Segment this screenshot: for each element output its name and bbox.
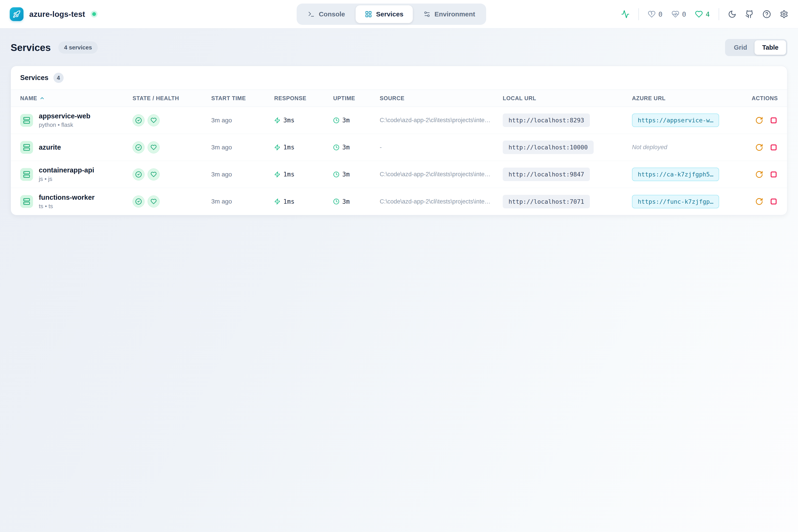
service-name[interactable]: appservice-web [39,112,91,120]
column-header-response[interactable]: RESPONSE [265,95,324,101]
restart-service-button[interactable] [755,170,763,178]
uptime-value: 3m [342,198,350,205]
stop-service-button[interactable] [770,171,777,178]
running-state-badge [133,114,145,126]
source-path: C:\code\azd-app-2\cli\tests\projects\int… [380,171,493,178]
state-health-cell [123,195,202,208]
healthy-heart-badge [148,141,159,153]
start-time-value: 3m ago [211,144,232,151]
divider [719,8,719,20]
server-icon [20,195,33,208]
zap-icon [274,198,280,205]
azure-url-cell: Not deployed [623,144,747,151]
service-name[interactable]: functions-worker [39,193,94,202]
refresh-icon [755,197,763,206]
stop-service-button[interactable] [770,144,777,151]
server-icon [20,114,33,127]
response-cell: 1ms [265,198,324,205]
azure-url-chip[interactable]: https://ca-k7zjfgph5… [632,168,719,181]
source-path: C:\code\azd-app-2\cli\tests\projects\int… [380,117,493,124]
stop-square-icon [770,171,777,178]
table-view-button[interactable]: Table [755,40,786,55]
actions-cell [747,116,787,125]
view-toggle: Grid Table [725,39,787,56]
brand: azure-logs-test [10,7,96,21]
start-time-value: 3m ago [211,117,232,124]
stop-service-button[interactable] [770,117,777,124]
restart-service-button[interactable] [755,197,763,206]
source-cell: C:\code\azd-app-2\cli\tests\projects\int… [370,117,493,124]
uptime-cell: 3m [324,117,370,124]
clock-icon [333,117,339,124]
heart-icon [151,117,157,124]
source-cell: C:\code\azd-app-2\cli\tests\projects\int… [370,171,493,178]
uptime-value: 3m [342,117,350,124]
column-header-start-time[interactable]: START TIME [202,95,265,101]
heart-icon [151,144,157,151]
settings-button[interactable] [780,10,788,18]
stop-service-button[interactable] [770,198,777,205]
services-count-badge: 4 services [58,41,98,54]
running-state-badge [133,141,145,153]
tab-services[interactable]: Services [356,5,413,23]
local-url-chip[interactable]: http://localhost:7071 [503,195,590,208]
service-runtime: python • flask [39,121,91,128]
service-name[interactable]: containerapp-api [39,166,94,174]
services-card: Services 4 NAME STATE / HEALTH START TIM… [11,66,787,215]
card-count-badge: 4 [53,73,64,83]
name-cell: functions-worker ts • ts [11,193,123,210]
local-url-cell: http://localhost:8293 [493,114,623,127]
app-status-dot [92,12,96,16]
help-button[interactable] [762,10,771,18]
restart-service-button[interactable] [755,144,763,151]
uptime-value: 3m [342,144,350,151]
name-cell: containerapp-api js • js [11,166,123,183]
github-button[interactable] [745,10,754,18]
stop-square-icon [770,198,777,205]
topbar-right: 0 0 4 [621,8,788,20]
tab-services-label: Services [376,11,403,18]
table-row: functions-worker ts • ts [11,188,787,215]
service-name[interactable]: azurite [39,144,61,151]
tab-console-label: Console [319,11,345,18]
server-icon [20,141,33,154]
gear-icon [780,10,788,18]
local-url-chip[interactable]: http://localhost:9847 [503,168,590,181]
table-row: containerapp-api js • js [11,161,787,188]
page-title: Services [11,42,51,53]
theme-toggle-button[interactable] [728,10,736,18]
restart-service-button[interactable] [755,116,763,125]
azure-url-chip[interactable]: https://func-k7zjfgp… [632,195,719,208]
healthy-heart-badge [148,195,159,208]
response-cell: 1ms [265,171,324,178]
activity-icon [621,10,629,18]
github-icon [745,10,754,18]
column-header-uptime[interactable]: UPTIME [324,95,370,101]
local-url-chip[interactable]: http://localhost:8293 [503,114,590,127]
column-header-state[interactable]: STATE / HEALTH [123,95,202,101]
azure-url-chip[interactable]: https://appservice-w… [632,114,719,127]
tab-environment[interactable]: Environment [414,5,484,23]
grid-view-button[interactable]: Grid [726,40,755,55]
zap-icon [274,144,280,151]
table-row: appservice-web python • flask [11,107,787,134]
heart-pulse-icon [671,10,679,18]
start-time-cell: 3m ago [202,171,265,178]
start-time-cell: 3m ago [202,198,265,205]
actions-cell [747,144,787,151]
rocket-icon [13,10,21,18]
column-header-source[interactable]: SOURCE [370,95,493,101]
zap-icon [274,171,280,177]
tab-console[interactable]: Console [298,5,354,23]
tab-environment-label: Environment [435,11,475,18]
column-header-local-url[interactable]: LOCAL URL [493,95,623,101]
check-circle-icon [135,144,142,151]
column-header-name[interactable]: NAME [11,95,123,101]
column-header-azure-url[interactable]: AZURE URL [623,95,747,101]
uptime-cell: 3m [324,198,370,205]
table-body: appservice-web python • flask [11,107,787,215]
zap-icon [274,117,280,124]
stop-square-icon [770,144,777,151]
app-logo[interactable] [10,7,23,21]
local-url-chip[interactable]: http://localhost:10000 [503,140,594,154]
